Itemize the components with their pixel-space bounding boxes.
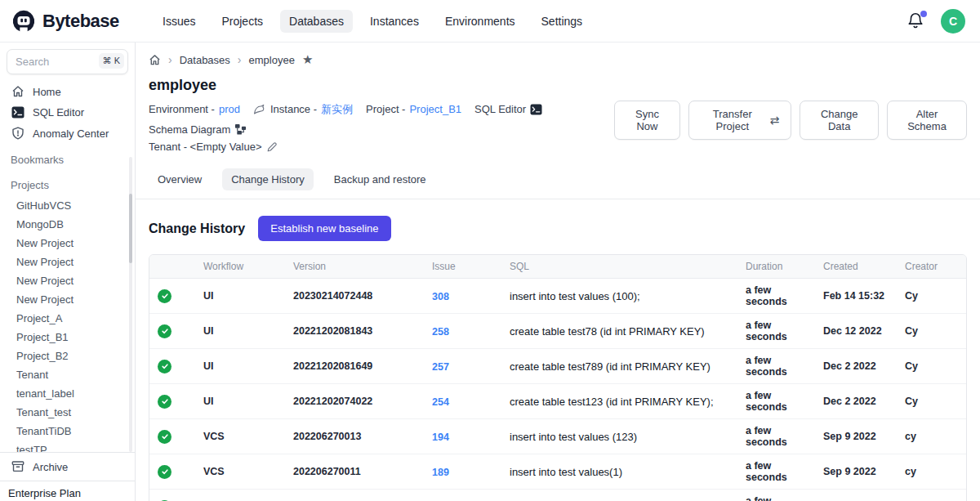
action-button-label: Alter Schema [899, 108, 955, 132]
instance-link[interactable]: 新实例 [321, 101, 353, 118]
tab[interactable]: Overview [149, 168, 211, 190]
sql-cell: insert into test values(1) [501, 454, 737, 490]
created-cell: Dec 12 2022 [815, 314, 897, 349]
project-label: Project - [366, 101, 405, 118]
issue-link[interactable]: 308 [432, 291, 449, 302]
schema-diagram-link[interactable]: Schema Diagram [149, 121, 247, 138]
creator-cell: Cy [897, 384, 966, 419]
table-row[interactable]: UI 20221202081843 258 create table test7… [149, 314, 966, 349]
archive-icon [11, 460, 24, 473]
table-row[interactable]: VCS 202206270013 194 insert into test va… [149, 419, 966, 454]
success-check-icon [158, 289, 172, 303]
home-icon[interactable] [149, 54, 161, 66]
sidebar-project-item[interactable]: MongoDB [0, 215, 135, 234]
created-cell: Sep 9 2022 [815, 454, 897, 490]
issue-link[interactable]: 257 [432, 361, 449, 373]
duration-cell: a few seconds [737, 490, 815, 501]
sidebar-item-home[interactable]: Home [0, 81, 135, 102]
sidebar-item-sql-editor[interactable]: SQL Editor [0, 102, 135, 123]
breadcrumb: › Databases › employee ★ [149, 52, 967, 67]
action-button-label: Change Data [812, 108, 866, 132]
table-row[interactable]: UI 20221202074022 254 create table test1… [149, 384, 966, 419]
tab[interactable]: Change History [222, 168, 314, 190]
sidebar-project-item[interactable]: Project_A [0, 309, 135, 328]
issue-link[interactable]: 254 [432, 396, 449, 408]
sidebar-project-item[interactable]: Project_B1 [0, 328, 135, 347]
action-button[interactable]: Change Data [800, 101, 879, 140]
table-row[interactable]: UI 20230214072448 308 insert into test v… [149, 279, 966, 314]
version-cell: 20221202081843 [285, 314, 424, 349]
sidebar: ⌘ K Home SQL Editor [0, 42, 136, 501]
creator-cell: cy [897, 454, 966, 490]
duration-cell: a few seconds [737, 279, 815, 314]
sidebar-project-item[interactable]: Project_B2 [0, 347, 135, 365]
sidebar-project-item[interactable]: New Project [0, 234, 135, 253]
column-header: Version [285, 255, 424, 279]
bookmark-star-icon[interactable]: ★ [302, 52, 313, 67]
nav-item[interactable]: Issues [154, 10, 204, 33]
sidebar-item-archive[interactable]: Archive [0, 452, 135, 481]
table-row[interactable]: VCS 202206270011 189 insert into test va… [149, 454, 966, 490]
edit-pencil-icon[interactable] [266, 141, 278, 153]
issue-cell: 257 [424, 349, 501, 384]
creator-cell: cy [897, 490, 966, 501]
sidebar-project-item[interactable]: Tenant [0, 365, 135, 384]
nav-item[interactable]: Settings [532, 10, 592, 33]
column-header: Issue [424, 255, 501, 279]
nav-item[interactable]: Environments [436, 10, 524, 33]
sidebar-project-item[interactable]: testTP [0, 441, 135, 452]
sidebar-project-item[interactable]: New Project [0, 271, 135, 290]
issue-link[interactable]: 258 [432, 326, 449, 338]
action-button[interactable]: Transfer Project ⇄ [688, 101, 791, 140]
environment-link[interactable]: prod [219, 101, 240, 118]
sidebar-project-item[interactable]: Tenant_test [0, 403, 135, 422]
sidebar-project-item[interactable]: TenantTiDB [0, 422, 135, 441]
sidebar-item-anomaly-center[interactable]: Anomaly Center [0, 123, 135, 144]
database-tabs: Overview Change History Backup and resto… [136, 168, 980, 199]
table-row[interactable]: VCS 202206270010 188 insert into test va… [149, 490, 966, 501]
sidebar-project-item[interactable]: tenant_label [0, 384, 135, 403]
action-button[interactable]: Sync Now [614, 101, 680, 140]
nav-item[interactable]: Instances [361, 10, 428, 33]
sql-cell: insert into test values (100); [501, 279, 737, 314]
projects-section-label: Projects [0, 169, 135, 195]
workflow-cell: VCS [195, 454, 285, 490]
status-cell [149, 314, 195, 349]
sql-editor-link[interactable]: SQL Editor [474, 101, 542, 118]
action-button-label: Transfer Project [701, 108, 764, 132]
project-link[interactable]: Project_B1 [409, 101, 461, 118]
status-cell [149, 419, 195, 454]
sidebar-project-item[interactable]: New Project [0, 290, 135, 309]
terminal-icon [530, 104, 542, 115]
workflow-cell: VCS [195, 490, 285, 501]
creator-cell: cy [897, 419, 966, 454]
sidebar-scrollbar-track [129, 157, 132, 452]
success-check-icon [158, 360, 172, 374]
tab[interactable]: Backup and restore [325, 168, 435, 190]
breadcrumb-entity[interactable]: employee [249, 54, 295, 66]
action-button[interactable]: Alter Schema [887, 101, 967, 140]
status-cell [149, 279, 195, 314]
breadcrumb-databases[interactable]: Databases [180, 54, 230, 66]
status-cell [149, 490, 195, 501]
brand-logo[interactable]: Bytebase [11, 9, 140, 34]
status-cell [149, 454, 195, 490]
instance-label: Instance - [270, 101, 317, 118]
issue-link[interactable]: 194 [432, 432, 449, 443]
issue-link[interactable]: 189 [432, 467, 449, 478]
notification-bell-icon[interactable] [906, 11, 926, 31]
status-column-header [149, 255, 195, 279]
issue-cell: 188 [424, 490, 501, 501]
sidebar-scrollbar-thumb[interactable] [129, 194, 132, 263]
user-avatar[interactable]: C [941, 9, 965, 34]
nav-item[interactable]: Projects [212, 10, 272, 33]
sidebar-project-item[interactable]: New Project [0, 253, 135, 271]
duration-cell: a few seconds [737, 419, 815, 454]
nav-item[interactable]: Databases [280, 10, 353, 33]
establish-baseline-button[interactable]: Establish new baseline [258, 216, 390, 241]
table-row[interactable]: UI 20221202081649 257 create table test7… [149, 349, 966, 384]
sidebar-project-list: GitHubVCS MongoDB New Project New Projec… [0, 195, 135, 452]
bytebase-logo-icon [11, 9, 36, 34]
sidebar-project-item[interactable]: GitHubVCS [0, 196, 135, 215]
created-cell: Feb 14 15:32 [815, 279, 897, 314]
